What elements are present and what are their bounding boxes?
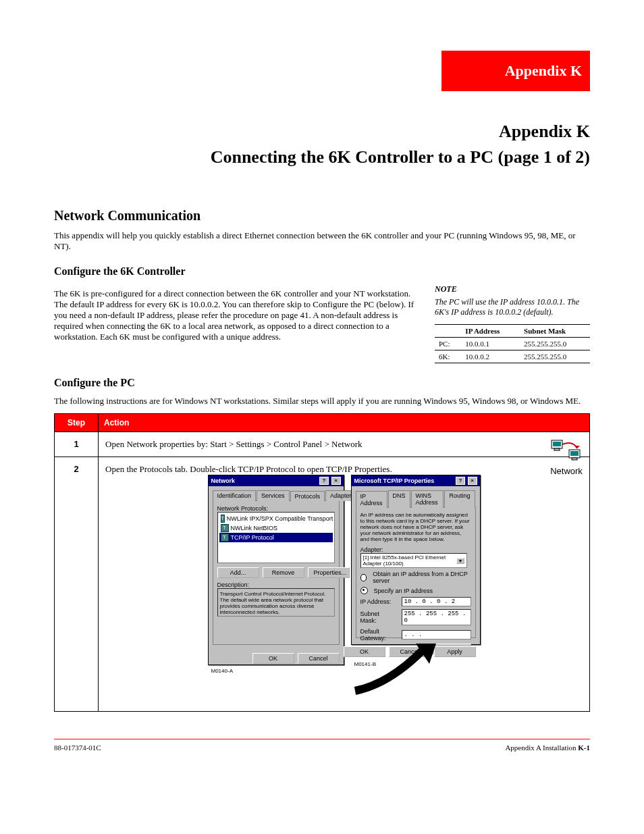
protocol-icon: T (221, 515, 225, 523)
ok-button[interactable]: OK (252, 653, 294, 664)
list-item: TNWLink IPX/SPX Compatible Transport (219, 514, 333, 523)
network-protocols-label: Network Protocols: (217, 505, 335, 512)
tcpip-dialog-title: Microsoft TCP/IP Properties (354, 477, 435, 484)
svg-rect-5 (572, 458, 577, 460)
steps-table: Step Action 1 Open Network properties by… (54, 413, 590, 712)
cancel-button[interactable]: Cancel (298, 653, 340, 664)
page-footer: 88-017374-01C Appendix A Installation K-… (54, 739, 590, 752)
close-icon[interactable]: × (468, 477, 477, 485)
addr-row-pc-ip: 10.0.0.1 (461, 338, 520, 350)
subsection-configure-6k: Configure the 6K Controller (54, 265, 590, 278)
footer-page-number: K-1 (578, 744, 590, 752)
svg-rect-2 (554, 448, 560, 450)
steps-col-step: Step (55, 414, 99, 432)
ip-address-field[interactable]: 10 . 0 . 0 . 2 (402, 597, 471, 606)
remove-button[interactable]: Remove (263, 567, 304, 578)
dialog-footer-id: M0140-A (209, 668, 344, 675)
ip-address-label: IP Address: (360, 598, 398, 605)
address-table: IP Address Subnet Mask PC: 10.0.0.1 255.… (435, 324, 590, 363)
configure-pc-body: The following instructions are for Windo… (54, 396, 590, 407)
addr-col-mask: Subnet Mask (520, 325, 590, 338)
chapter-heading: Appendix K (54, 122, 590, 142)
appendix-banner: Appendix K (441, 51, 590, 91)
help-icon[interactable]: ? (456, 477, 465, 485)
subsection-configure-pc: Configure the PC (54, 377, 590, 389)
gateway-label: Default Gateway: (360, 628, 398, 642)
step-2-num: 2 (55, 457, 99, 712)
adapter-label: Adapter: (360, 546, 471, 553)
page-title: Connecting the 6K Controller to a PC (pa… (54, 147, 590, 167)
adapter-dropdown[interactable]: [1] Intel 8255x-based PCI Ethernet Adapt… (360, 553, 467, 568)
description-body: Transport Control Protocol/Internet Prot… (217, 588, 335, 617)
properties-button[interactable]: Properties... (308, 567, 350, 578)
radio-dhcp[interactable] (360, 574, 367, 581)
tab-dns[interactable]: DNS (388, 490, 410, 508)
network-control-panel-icon[interactable]: Network (550, 438, 583, 476)
addr-row-6k-mask: 255.255.255.0 (520, 350, 590, 363)
adapter-value: [1] Intel 8255x-based PCI Ethernet Adapt… (363, 554, 457, 567)
list-item: TNWLink NetBIOS (219, 523, 333, 533)
list-item: TTCP/IP Protocol (219, 533, 333, 542)
dialog-footer-id: M0141-B (352, 661, 480, 669)
intro-paragraph: This appendix will help you quickly esta… (54, 230, 590, 252)
protocols-listbox[interactable]: TNWLink IPX/SPX Compatible Transport TNW… (217, 512, 335, 563)
close-icon[interactable]: × (331, 477, 341, 485)
radio-specify-label: Specify an IP address (374, 588, 433, 594)
note-body: The PC will use the IP address 10.0.0.1.… (435, 297, 590, 317)
chevron-down-icon[interactable]: ▼ (456, 558, 464, 564)
network-dialog: Network ? × Identification Services Prot… (208, 475, 344, 665)
subnet-label: Subnet Mask: (360, 610, 398, 624)
radio-dhcp-label: Obtain an IP address from a DHCP server (373, 571, 471, 584)
help-icon[interactable]: ? (319, 477, 329, 485)
note-label: NOTE (435, 284, 590, 294)
protocol-icon: T (221, 524, 229, 532)
protocol-icon: T (221, 533, 229, 542)
addr-row-6k-ip: 10.0.0.2 (461, 350, 520, 363)
svg-rect-1 (553, 442, 561, 446)
addr-row-6k-label: 6K: (435, 350, 461, 363)
tab-services[interactable]: Services (257, 490, 290, 501)
description-label: Description: (217, 581, 335, 588)
footer-section: Appendix A Installation (505, 744, 578, 752)
network-dialog-title: Network (211, 477, 236, 484)
footer-doc-id: 88-017374-01C (54, 744, 101, 752)
step-2-action: Open the Protocols tab. Double-click TCP… (105, 464, 392, 474)
apply-button[interactable]: Apply (434, 646, 476, 657)
ok-button[interactable]: OK (344, 646, 385, 657)
cancel-button[interactable]: Cancel (389, 646, 431, 657)
tab-ip-address[interactable]: IP Address (356, 491, 387, 509)
configure-6k-body: The 6K is pre-configured for a direct co… (54, 288, 414, 342)
steps-col-action: Action (99, 414, 590, 432)
addr-row-pc-mask: 255.255.255.0 (520, 338, 590, 350)
tcpip-dialog: Microsoft TCP/IP Properties ? × IP Addre… (351, 475, 481, 645)
tcpip-help-text: An IP address can be automatically assig… (360, 512, 471, 542)
step-1-action: Open Network properties by: Start > Sett… (105, 439, 363, 449)
svg-marker-6 (574, 446, 580, 448)
tab-wins[interactable]: WINS Address (411, 490, 444, 508)
step-1-num: 1 (55, 432, 99, 457)
addr-col-ip: IP Address (461, 325, 520, 338)
tab-routing[interactable]: Routing (444, 490, 475, 508)
section-network-comm: Network Communication (54, 208, 590, 224)
add-button[interactable]: Add... (217, 567, 259, 578)
addr-row-pc-label: PC: (435, 338, 461, 350)
radio-specify[interactable] (360, 587, 368, 594)
gateway-field[interactable]: . . . (402, 630, 471, 640)
subnet-field[interactable]: 255 . 255 . 255 . 0 (402, 609, 471, 625)
tab-protocols[interactable]: Protocols (290, 491, 325, 502)
svg-rect-4 (570, 451, 579, 456)
tab-identification[interactable]: Identification (213, 490, 257, 501)
